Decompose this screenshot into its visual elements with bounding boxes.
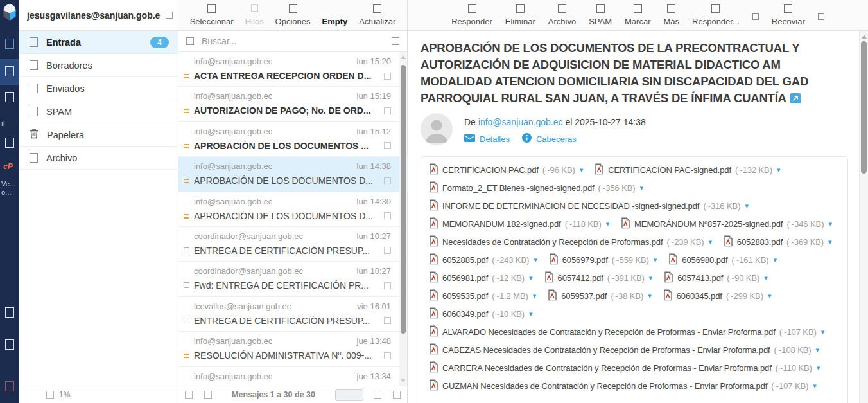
attachment-dropdown-icon[interactable]: ▾ <box>768 292 771 300</box>
attachment-dropdown-icon[interactable]: ▾ <box>640 184 643 192</box>
message-checkbox[interactable] <box>384 142 391 149</box>
attachment-item[interactable]: 6059537.pdf (~38 KB) ▾ <box>548 290 652 302</box>
message-checkbox[interactable] <box>384 282 391 289</box>
message-row[interactable]: info@sanjuan.gob.ec jue 13:48 RESOLUCIÓN… <box>178 332 408 366</box>
attachment-dropdown-icon[interactable]: ▾ <box>606 220 609 228</box>
folder-item-papelera[interactable]: Papelera <box>19 123 178 147</box>
toolbar-button-opciones[interactable]: Opciones <box>275 4 311 26</box>
attachment-dropdown-icon[interactable]: ▾ <box>817 364 820 372</box>
search-options-icon[interactable] <box>392 37 399 45</box>
attachment-item[interactable]: INFORME DE DETERMINACION DE NECESIDAD -s… <box>429 200 749 212</box>
rail-icon-logout[interactable] <box>5 381 14 391</box>
toolbar-button-actualizar[interactable]: Actualizar <box>359 4 395 26</box>
attachment-item[interactable]: ALVARADO Necesidades de Contratación y R… <box>429 326 824 338</box>
attachment-dropdown-icon[interactable]: ▾ <box>529 274 532 282</box>
attachment-dropdown-icon[interactable]: ▾ <box>708 238 711 246</box>
list-mode-icon[interactable] <box>204 391 212 399</box>
scroll-down-icon[interactable] <box>401 379 406 382</box>
message-checkbox[interactable] <box>384 107 391 114</box>
attachment-dropdown-icon[interactable]: ▾ <box>534 256 537 264</box>
attachment-item[interactable]: 6052883.pdf (~369 KB) ▾ <box>724 236 832 248</box>
attachment-item[interactable]: 6060345.pdf (~299 KB) ▾ <box>663 290 772 302</box>
headers-link[interactable]: Cabeceras <box>536 134 577 144</box>
attachment-dropdown-icon[interactable]: ▾ <box>773 256 776 264</box>
rail-icon-4[interactable] <box>5 307 14 318</box>
message-checkbox[interactable] <box>384 317 391 324</box>
toolbar-button-reenviar[interactable]: Reenviar <box>772 4 805 26</box>
attachment-dropdown-icon[interactable]: ▾ <box>580 166 583 174</box>
rail-icon-mail[interactable] <box>5 66 14 76</box>
toolbar-button-eliminar[interactable]: Eliminar <box>505 4 535 26</box>
attachment-item[interactable]: 6057413.pdf (~90 KB) ▾ <box>664 272 768 284</box>
attachment-item[interactable]: CERTIFICACION PAC-signed.pdf (~132 KB) ▾ <box>595 164 780 176</box>
reader-scrollbar[interactable] <box>859 31 868 403</box>
details-link[interactable]: Detalles <box>480 134 510 144</box>
cpanel-logo[interactable]: cP <box>3 162 13 171</box>
attachment-item[interactable]: 6056981.pdf (~12 KB) ▾ <box>429 272 533 284</box>
message-checkbox[interactable] <box>384 352 391 359</box>
message-row[interactable]: lcevallos@sanjuan.gob.ec vie 16:01 ENTRE… <box>178 297 408 332</box>
toolbar-button-hilos[interactable]: Hilos <box>245 4 264 26</box>
rail-icon-5[interactable] <box>5 339 14 350</box>
select-all-icon[interactable] <box>185 391 193 399</box>
account-header[interactable]: jesusgavilanes@sanjuan.gob.ec <box>19 0 178 31</box>
attachment-item[interactable]: CARRERA Necesidades de Contratación y Re… <box>429 362 820 374</box>
scroll-up-icon[interactable] <box>401 55 406 59</box>
toolbar-button-empty[interactable]: Empty <box>322 17 347 26</box>
attachment-item[interactable]: MEMORÁNDUM Nº857-2025-signed.pdf (~346 K… <box>621 218 832 230</box>
folder-item-borradores[interactable]: Borradores <box>19 54 178 77</box>
attachment-dropdown-icon[interactable]: ▾ <box>648 292 651 300</box>
search-icon[interactable] <box>186 37 194 45</box>
message-row[interactable]: info@sanjuan.gob.ec jue 13:34 <box>178 367 408 386</box>
message-row[interactable]: info@sanjuan.gob.ec lun 15:20 ACTA ENTRE… <box>178 52 408 87</box>
message-row[interactable]: info@sanjuan.gob.ec lun 14:30 APROBACIÓN… <box>178 192 408 227</box>
attachment-item[interactable]: 6056979.pdf (~559 KB) ▾ <box>549 254 657 266</box>
toolbar-button-marcar[interactable]: Marcar <box>625 4 650 26</box>
toolbar-button-spam[interactable]: SPAM <box>589 4 612 26</box>
rail-icon-2[interactable] <box>5 92 14 102</box>
next-page-icon[interactable] <box>393 391 401 399</box>
attachment-item[interactable]: 6056980.pdf (~161 KB) ▾ <box>668 254 777 266</box>
attachment-item[interactable]: 6060349.pdf (~10 KB) ▾ <box>429 308 533 320</box>
folder-item-entrada[interactable]: Entrada 4 <box>19 31 178 54</box>
scrollbar-thumb[interactable] <box>861 41 867 174</box>
toolbar-button-responder[interactable]: Responder... <box>692 4 740 26</box>
search-input[interactable]: Buscar... <box>202 36 384 46</box>
message-row[interactable]: info@sanjuan.gob.ec lun 15:19 AUTORIZACI… <box>178 87 408 121</box>
attachment-item[interactable]: 6057412.pdf (~391 KB) ▾ <box>544 272 653 284</box>
attachment-dropdown-icon[interactable]: ▾ <box>533 292 536 300</box>
search-bar[interactable]: Buscar... <box>178 31 407 52</box>
attachment-dropdown-icon[interactable]: ▾ <box>654 256 657 264</box>
attachment-item[interactable]: Necesidades de Contratación y Recepción … <box>429 236 712 248</box>
toolbar-button-responder[interactable]: Responder <box>451 4 492 26</box>
prev-page-icon[interactable] <box>374 391 381 399</box>
page-input[interactable] <box>335 389 363 401</box>
message-checkbox[interactable] <box>384 212 391 219</box>
attachment-item[interactable]: CABEZAS Necesidades de Contratación y Re… <box>429 344 819 356</box>
message-checkbox[interactable] <box>384 177 391 184</box>
attachment-dropdown-icon[interactable]: ▾ <box>813 382 816 390</box>
folder-item-enviados[interactable]: Enviados <box>19 77 178 100</box>
message-checkbox[interactable] <box>384 247 391 254</box>
attachment-item[interactable]: Formato_2_ET Bienes -signed-signed.pdf (… <box>429 182 643 194</box>
attachment-dropdown-icon[interactable]: ▾ <box>745 202 748 210</box>
rail-icon-3[interactable] <box>5 138 14 148</box>
toolbar-button-seleccionar[interactable]: Seleccionar <box>190 4 234 26</box>
attachment-item[interactable]: 6052885.pdf (~243 KB) ▾ <box>429 254 537 266</box>
account-dropdown-icon[interactable] <box>166 12 173 19</box>
dropdown-icon[interactable] <box>752 13 759 20</box>
attachment-dropdown-icon[interactable]: ▾ <box>764 274 767 282</box>
open-in-new-window-icon[interactable] <box>790 91 801 108</box>
list-scrollbar[interactable] <box>399 52 407 386</box>
message-row[interactable]: coordinador@sanjuan.gob.ec lun 10:27 ENT… <box>178 227 408 262</box>
message-row[interactable]: coordinador@sanjuan.gob.ec lun 10:27 Fwd… <box>178 262 408 296</box>
dropdown-icon[interactable] <box>818 13 824 20</box>
attachment-item[interactable]: GUZMAN Necesidades de Contratación y Rec… <box>429 380 817 392</box>
folder-item-archivo[interactable]: Archivo <box>19 147 178 170</box>
attachment-dropdown-icon[interactable]: ▾ <box>649 274 652 282</box>
attachment-dropdown-icon[interactable]: ▾ <box>828 238 831 246</box>
toolbar-button-m-s[interactable]: Más <box>663 4 679 26</box>
attachment-dropdown-icon[interactable]: ▾ <box>828 220 831 228</box>
message-checkbox[interactable] <box>384 73 391 80</box>
sender-email-link[interactable]: info@sanjuan.gob.ec <box>478 117 563 127</box>
